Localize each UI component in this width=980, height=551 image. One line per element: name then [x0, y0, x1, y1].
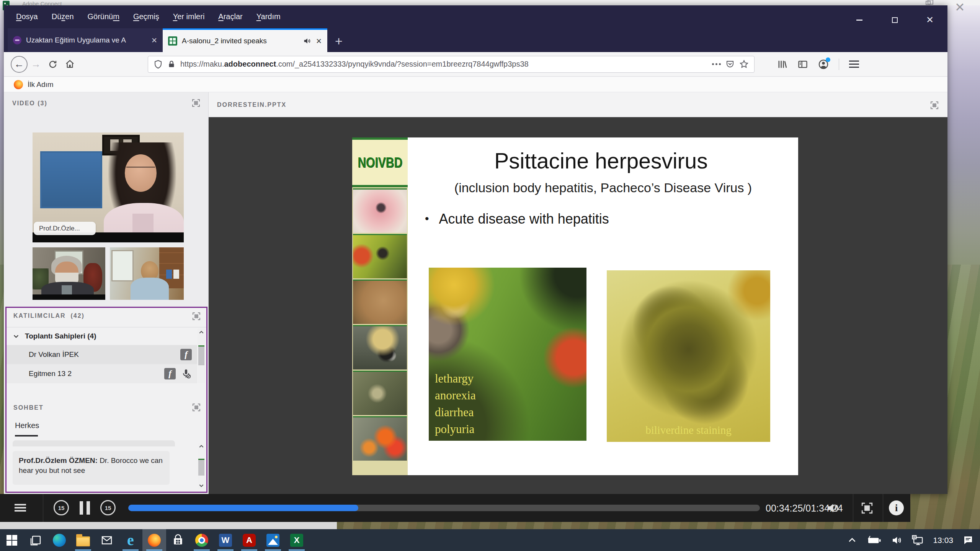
lock-icon[interactable]	[167, 60, 176, 69]
scroll-down-icon[interactable]	[198, 482, 204, 489]
tab-audio-icon[interactable]	[303, 37, 311, 45]
chat-earlier-message-clipped	[13, 440, 175, 446]
reload-button[interactable]	[44, 56, 61, 73]
scrollbar-thumb[interactable]	[198, 459, 204, 476]
scroll-up-icon[interactable]	[198, 443, 204, 450]
sidebar-icon[interactable]	[797, 59, 808, 70]
chat-message: Prof.Dr.Özlem ÖZMEN: Dr. Borocco we can …	[13, 451, 170, 485]
tray-volume-icon[interactable]	[891, 535, 902, 546]
minimize-button[interactable]	[852, 15, 867, 25]
webcam-third[interactable]	[110, 247, 184, 300]
chat-fullscreen-icon[interactable]	[192, 403, 201, 412]
menu-help[interactable]: Yardım	[256, 12, 281, 21]
participants-pod-header: KATILIMCILAR (42)	[13, 312, 85, 319]
participant-row[interactable]: Dr Volkan İPEK f	[7, 345, 197, 364]
page-actions-icon[interactable]	[712, 63, 721, 65]
network-icon[interactable]	[911, 535, 924, 546]
tray-clock[interactable]: 13:03	[933, 536, 953, 545]
video-fullscreen-icon[interactable]	[191, 98, 201, 108]
webcam-second[interactable]	[33, 247, 105, 300]
firefox-taskbar-icon[interactable]	[142, 529, 166, 551]
scrollbar-thumb[interactable]	[198, 345, 204, 365]
presentation-area: DORRESTEIN.PPTX NOIVBD	[209, 92, 947, 494]
video-pod-header: VIDEO (3)	[12, 100, 47, 107]
participants-fullscreen-icon[interactable]	[192, 312, 201, 321]
library-icon[interactable]	[777, 59, 787, 70]
edge-icon[interactable]	[47, 529, 71, 551]
excel-icon[interactable]: X	[285, 529, 309, 551]
pause-button[interactable]	[80, 501, 90, 515]
collapse-chevron-icon[interactable]	[13, 333, 20, 340]
presentation-fullscreen-icon[interactable]	[930, 101, 939, 110]
mail-icon[interactable]	[95, 529, 119, 551]
tissue-label: biliverdine staining	[607, 424, 770, 437]
forward-button[interactable]: →	[28, 56, 44, 73]
slide-bullet: •Acute disease with hepatitis	[425, 211, 609, 227]
battery-icon[interactable]	[866, 535, 882, 546]
presenter-flash-icon: f	[164, 368, 176, 379]
slide: NOIVBD Psittacine herpesvirus (inclusion…	[352, 137, 798, 475]
chat-scrollbar[interactable]	[198, 443, 205, 489]
maximize-button[interactable]	[887, 15, 902, 25]
tab1-favicon	[13, 36, 21, 44]
internet-explorer-icon[interactable]: e	[119, 529, 142, 551]
acrobat-icon[interactable]: A	[237, 529, 261, 551]
file-explorer-icon[interactable]	[71, 529, 95, 551]
left-panel: VIDEO (3) Prof.Dr.Özle...	[4, 92, 209, 494]
participant-row[interactable]: Egitmen 13 2 f	[7, 364, 197, 383]
parrot-photo: lethargy anorexia diarrhea polyuria	[429, 268, 586, 441]
chat-author: Prof.Dr.Özlem ÖZMEN:	[19, 456, 98, 464]
menu-view[interactable]: Görünüm	[88, 12, 119, 21]
progress-bar[interactable]	[128, 505, 760, 511]
player-menu-icon[interactable]	[15, 502, 26, 513]
menu-tools[interactable]: Araçlar	[218, 12, 242, 21]
bookmark-ilk-adim[interactable]: İlk Adım	[28, 80, 54, 89]
menu-edit[interactable]: Düzen	[52, 12, 74, 21]
scroll-up-icon[interactable]	[198, 329, 204, 335]
menu-bookmarks[interactable]: Yer imleri	[173, 12, 205, 21]
menu-history[interactable]: Geçmiş	[133, 12, 159, 21]
bookmark-star-icon[interactable]	[739, 59, 749, 69]
parrot-symptom-labels: lethargy anorexia diarrhea polyuria	[435, 370, 476, 438]
account-notification-dot	[826, 57, 830, 62]
close-button[interactable]: ✕	[922, 15, 938, 25]
tab1-close-icon[interactable]: ✕	[151, 36, 157, 45]
action-center-icon[interactable]	[962, 535, 974, 546]
chat-tab-everyone[interactable]: Herkes	[15, 421, 39, 430]
pocket-icon[interactable]	[725, 60, 735, 69]
chrome-icon[interactable]	[190, 529, 214, 551]
photos-icon[interactable]	[261, 529, 285, 551]
url-bar[interactable]: https://maku.adobeconnect.com/_a25413323…	[148, 56, 755, 73]
home-button[interactable]	[61, 56, 78, 73]
word-icon[interactable]: W	[214, 529, 237, 551]
new-tab-button[interactable]: +	[335, 30, 343, 52]
volume-icon[interactable]	[825, 501, 840, 515]
player-fullscreen-icon[interactable]	[861, 502, 874, 515]
info-button[interactable]: i	[889, 500, 904, 515]
account-icon[interactable]	[818, 59, 829, 70]
tray-chevron-icon[interactable]	[847, 535, 857, 545]
task-view-button[interactable]	[24, 529, 47, 551]
start-button[interactable]	[0, 529, 24, 551]
tab2-close-icon[interactable]: ✕	[316, 37, 322, 46]
background-restore-icon[interactable]	[926, 1, 931, 5]
tab-a-salonu-active[interactable]: A-salonu_2 invited speaks ✕	[163, 28, 327, 52]
noivbd-logo: NOIVBD	[352, 137, 408, 187]
hamburger-menu-icon[interactable]	[849, 59, 859, 70]
speaker-glasses	[126, 167, 155, 172]
participants-group-hosts[interactable]: Toplantı Sahipleri (4)	[7, 327, 197, 345]
slide-title: Psittacine herpesvirus	[408, 148, 794, 173]
background-close-icon[interactable]: ✕	[955, 1, 965, 14]
chat-pod-header: SOHBET	[13, 404, 44, 411]
forward-15-button[interactable]: 15	[100, 500, 116, 515]
rewind-15-button[interactable]: 15	[54, 500, 69, 515]
player-window-edge	[0, 522, 337, 529]
system-tray: 13:03	[847, 535, 980, 546]
tab-uzaktan-egitim[interactable]: Uzaktan Eğitim Uygulama ve A ✕	[8, 28, 163, 52]
participants-scrollbar[interactable]	[198, 329, 205, 383]
back-button[interactable]: ←	[11, 56, 28, 73]
tracking-shield-icon[interactable]	[154, 60, 163, 69]
menu-file[interactable]: Dosya	[16, 12, 38, 21]
firefox-window: Dosya Düzen Görünüm Geçmiş Yer imleri Ar…	[4, 5, 947, 494]
microsoft-store-icon[interactable]	[166, 529, 190, 551]
